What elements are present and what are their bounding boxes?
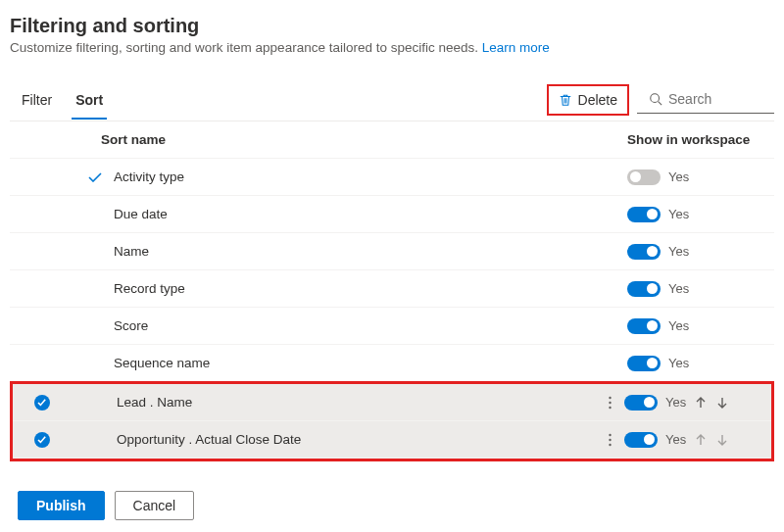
arrow-up-icon[interactable] bbox=[695, 397, 707, 409]
sort-table: Sort name Show in workspace Activity typ… bbox=[10, 121, 774, 461]
svg-point-4 bbox=[609, 433, 611, 435]
table-row[interactable]: Sequence name Yes bbox=[10, 345, 774, 382]
table-row[interactable]: Score Yes bbox=[10, 308, 774, 345]
search-input[interactable] bbox=[668, 91, 766, 107]
page-subtitle: Customize filtering, sorting and work it… bbox=[10, 40, 774, 55]
toolbar: Filter Sort Delete bbox=[10, 78, 774, 121]
toggle-label: Yes bbox=[668, 207, 690, 221]
page-title: Filtering and sorting bbox=[10, 15, 774, 37]
toggle-label: Yes bbox=[665, 395, 687, 410]
toggle-switch[interactable] bbox=[627, 318, 661, 334]
arrow-up-icon[interactable] bbox=[695, 434, 707, 446]
toggle-switch[interactable] bbox=[627, 281, 661, 297]
row-name: Name bbox=[114, 244, 149, 259]
arrow-down-icon[interactable] bbox=[716, 397, 728, 409]
toggle-switch[interactable] bbox=[624, 432, 658, 448]
more-icon[interactable] bbox=[595, 433, 624, 447]
table-row[interactable]: Activity type Yes bbox=[10, 159, 774, 196]
table-row[interactable]: Opportunity . Actual Close Date Yes bbox=[13, 421, 771, 459]
toggle-label: Yes bbox=[668, 356, 690, 370]
tab-sort[interactable]: Sort bbox=[72, 80, 107, 120]
svg-point-3 bbox=[609, 406, 611, 408]
table-row[interactable]: Name Yes bbox=[10, 233, 774, 270]
arrow-down-icon[interactable] bbox=[716, 434, 728, 446]
trash-icon bbox=[559, 93, 572, 107]
table-row[interactable]: Due date Yes bbox=[10, 196, 774, 233]
toggle-label: Yes bbox=[668, 169, 690, 184]
row-selected-indicator[interactable] bbox=[34, 395, 50, 411]
col-header-name[interactable]: Sort name bbox=[69, 132, 598, 147]
row-name: Lead . Name bbox=[117, 395, 192, 410]
delete-label: Delete bbox=[578, 92, 617, 108]
table-row[interactable]: Lead . Name Yes bbox=[13, 384, 771, 421]
toggle-label: Yes bbox=[668, 318, 690, 333]
tab-filter[interactable]: Filter bbox=[18, 80, 56, 120]
checkmark-icon bbox=[88, 172, 102, 182]
row-selected-indicator[interactable] bbox=[34, 432, 50, 448]
row-name: Due date bbox=[114, 207, 168, 221]
footer: Publish Cancel bbox=[18, 491, 774, 520]
row-name: Activity type bbox=[114, 169, 184, 184]
toggle-label: Yes bbox=[668, 244, 690, 259]
svg-point-6 bbox=[609, 443, 611, 445]
toggle-switch[interactable] bbox=[624, 395, 658, 411]
selection-highlight: Lead . Name Yes Opportunity . Actual Clo… bbox=[10, 381, 774, 461]
toggle-switch[interactable] bbox=[627, 207, 661, 222]
tabs: Filter Sort bbox=[10, 80, 107, 120]
toggle-switch[interactable] bbox=[627, 244, 661, 260]
more-icon[interactable] bbox=[595, 396, 624, 410]
delete-button[interactable]: Delete bbox=[547, 84, 629, 116]
col-header-show[interactable]: Show in workspace bbox=[627, 132, 774, 147]
learn-more-link[interactable]: Learn more bbox=[482, 40, 550, 55]
row-name: Record type bbox=[114, 281, 185, 296]
search-box[interactable] bbox=[637, 85, 774, 114]
row-name: Sequence name bbox=[114, 356, 210, 370]
row-name: Opportunity . Actual Close Date bbox=[117, 432, 301, 447]
toggle-switch[interactable] bbox=[627, 356, 661, 371]
toggle-label: Yes bbox=[665, 432, 687, 447]
svg-point-5 bbox=[609, 438, 611, 440]
toggle-label: Yes bbox=[668, 281, 690, 296]
search-icon bbox=[649, 92, 662, 106]
toggle-switch[interactable] bbox=[627, 169, 661, 185]
subtitle-text: Customize filtering, sorting and work it… bbox=[10, 40, 482, 55]
svg-point-1 bbox=[609, 396, 611, 398]
cancel-button[interactable]: Cancel bbox=[115, 491, 195, 520]
svg-point-0 bbox=[651, 94, 660, 103]
row-name: Score bbox=[114, 318, 148, 333]
table-row[interactable]: Record type Yes bbox=[10, 270, 774, 308]
publish-button[interactable]: Publish bbox=[18, 491, 105, 520]
table-header: Sort name Show in workspace bbox=[10, 121, 774, 159]
svg-point-2 bbox=[609, 401, 611, 403]
